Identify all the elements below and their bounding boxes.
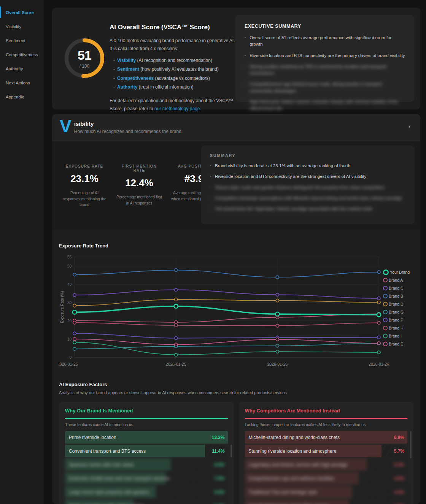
sidebar-item-overall-score[interactable]: Overall Score xyxy=(0,5,44,19)
legend-label: Your Brand xyxy=(390,270,410,274)
data-point xyxy=(175,288,178,291)
bullet-dot-icon: • xyxy=(245,52,246,59)
panel-scrollbar[interactable] xyxy=(230,445,232,457)
sidebar-item-authority[interactable]: Authority xyxy=(0,62,44,76)
factor-panel-title: Why Competitors Are Mentioned Instead xyxy=(245,408,408,414)
dashboard-page: { "accent": { "blue": "#2d9cdb", "orange… xyxy=(0,0,426,504)
dimension-link-competitiveness[interactable]: Competitiveness xyxy=(117,76,154,81)
factor-panel-title: Why Our Brand Is Mentioned xyxy=(65,408,228,414)
dimension-list: -Visibility (AI recognition and recommen… xyxy=(113,56,237,92)
chart-title: Exposure Rate Trend xyxy=(59,243,413,249)
sidebar: Overall ScoreVisibilitySentimentCompetit… xyxy=(0,0,44,504)
active-indicator xyxy=(0,6,1,18)
data-point xyxy=(377,271,380,274)
bullet-dot-icon: • xyxy=(245,35,246,48)
sidebar-item-appendix[interactable]: Appendix xyxy=(0,90,44,104)
series-line-brand-b xyxy=(75,270,379,277)
data-point xyxy=(175,298,178,301)
panel-scrollbar[interactable] xyxy=(410,431,412,458)
factor-bar-value: 5.7% xyxy=(394,449,404,454)
metric-label: FIRST MENTION RATE xyxy=(116,164,162,173)
sidebar-item-competitiveness[interactable]: Competitiveness xyxy=(0,48,44,62)
collapse-chevron-icon[interactable]: ▼ xyxy=(408,125,411,128)
sidebar-item-label: Overall Score xyxy=(6,10,34,15)
sidebar-item-next-actions[interactable]: Next Actions xyxy=(0,76,44,90)
factor-bar-label: Comprehensive spa and wellness facilitie… xyxy=(249,476,334,481)
data-point xyxy=(175,269,178,272)
factors-subtitle: Analysis of why our brand appears or doe… xyxy=(59,390,413,395)
legend-dot-icon xyxy=(383,342,388,346)
bullet-text: High third-party citation volume contras… xyxy=(250,99,405,112)
y-tick-label: 40 xyxy=(67,282,72,287)
summary-bullet: •Strong positive sentiment at 75% is anc… xyxy=(245,63,405,77)
series-line-brand-a xyxy=(75,314,379,322)
factor-panel-subtitle: These features cause AI to mention us xyxy=(65,422,228,427)
methodology-note: For detailed explanation and methodology… xyxy=(110,97,237,113)
factor-bar-list: Prime riverside location13.2%Convenient … xyxy=(65,431,228,504)
legend-label: Brand E xyxy=(389,342,403,346)
metric-value: 12.4% xyxy=(116,177,162,189)
dimension-desc: (advantage vs competitors) xyxy=(154,76,210,81)
bullet-dot-icon: • xyxy=(245,81,246,94)
factor-bar-label: Traditional Thai and heritage style xyxy=(249,490,317,495)
sidebar-item-visibility[interactable]: Visibility xyxy=(0,19,44,33)
legend-item-brand-h[interactable]: Brand H xyxy=(383,325,410,331)
visibility-metrics-band: EXPOSURE RATE23.1%Percentage of AI respo… xyxy=(52,141,420,230)
legend-item-brand-d[interactable]: Brand D xyxy=(383,301,410,307)
legend-label: Brand G xyxy=(389,310,404,314)
factor-bar-value: 4.8% xyxy=(394,476,404,481)
legend-item-brand-g[interactable]: Brand G xyxy=(383,309,410,315)
bullet-text: Overall score of 51 reflects average per… xyxy=(250,35,405,48)
summary-bullet: •Riverside location and BTS connectivity… xyxy=(210,173,405,180)
sidebar-item-label: Competitiveness xyxy=(6,52,38,57)
bullet-text: Riverside location and BTS connectivity … xyxy=(215,173,366,180)
dimension-link-visibility[interactable]: Visibility xyxy=(117,58,136,63)
data-point xyxy=(73,293,76,296)
data-point xyxy=(276,276,279,279)
legend-item-brand-c[interactable]: Brand C xyxy=(383,285,410,291)
sidebar-item-sentiment[interactable]: Sentiment xyxy=(0,33,44,48)
legend-item-brand-i[interactable]: Brand I xyxy=(383,333,410,339)
data-point xyxy=(175,324,178,327)
methodology-page-link[interactable]: our methodology page xyxy=(154,106,200,111)
data-point xyxy=(73,341,76,344)
summary-bullet: •Riverside location and BTS connectivity… xyxy=(245,52,405,59)
score-gauge: 51 / 100 xyxy=(63,36,106,80)
executive-summary-bullets: •Overall score of 51 reflects average pe… xyxy=(245,35,405,112)
summary-bullet: •Competitors dominate associations with … xyxy=(210,195,405,201)
data-point xyxy=(73,347,76,350)
summary-bullet: •Brand visibility is moderate at 23.1% w… xyxy=(210,163,405,169)
factor-panel-subtitle: Lacking these competitor features makes … xyxy=(245,422,408,427)
legend-item-brand-a[interactable]: Brand A xyxy=(383,277,410,283)
dimension-desc: (AI recognition and recommendation) xyxy=(136,58,212,63)
bullet-text: The brand lacks the 'legendary' historic… xyxy=(215,206,372,212)
data-point xyxy=(276,350,279,353)
data-point xyxy=(276,293,279,296)
summary-bullet: •High third-party citation volume contra… xyxy=(245,99,405,112)
factor-bar-row: Prime riverside location13.2% xyxy=(65,431,228,444)
x-tick-label: 2026-01-26 xyxy=(267,362,288,366)
legend-item-brand-f[interactable]: Brand F xyxy=(383,317,410,323)
data-point xyxy=(73,321,76,324)
legend-item-your-brand[interactable]: Your Brand xyxy=(383,269,410,275)
bullet-dot-icon: • xyxy=(210,184,211,191)
brand-mentioned-panel: Why Our Brand Is MentionedThese features… xyxy=(59,402,234,504)
summary-bullet: •Overall score of 51 reflects average pe… xyxy=(245,35,405,48)
legend-item-brand-b[interactable]: Brand B xyxy=(383,293,410,299)
dimension-link-authority[interactable]: Authority xyxy=(117,84,137,90)
legend-item-brand-e[interactable]: Brand E xyxy=(383,341,410,347)
factor-bar-row: Convenient transport and BTS access11.4% xyxy=(65,445,228,457)
factor-bar-value: 6.9% xyxy=(394,435,404,440)
data-point xyxy=(174,304,178,308)
factor-bar-value: 6.8% xyxy=(214,490,224,495)
data-point xyxy=(175,321,178,324)
sidebar-item-label: Visibility xyxy=(6,24,21,29)
dimension-link-sentiment[interactable]: Sentiment xyxy=(117,67,139,72)
factor-bar-row: Large resort-style property with gardens… xyxy=(65,486,228,498)
factor-bar-label: Convenient transport and BTS access xyxy=(69,449,146,454)
data-point xyxy=(276,324,279,327)
exposure-rate-trend-chart: Exposure Rate Trend 01020304050552026-01… xyxy=(59,243,413,371)
sidebar-item-label: Appendix xyxy=(6,95,24,99)
visibility-section-header[interactable]: V isibility How much AI recognizes and r… xyxy=(52,114,420,141)
visibility-summary-title: SUMMARY xyxy=(210,153,405,158)
